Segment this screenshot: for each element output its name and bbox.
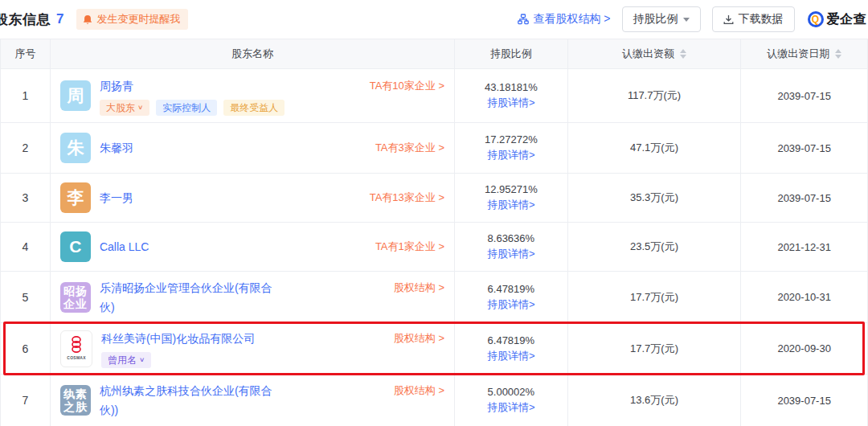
shareholder-name-block: 李一男TA有13家企业 > <box>100 188 446 207</box>
shareholder-avatar: 李 <box>60 182 91 213</box>
ratio-cell: 6.47819%持股详情> <box>455 323 568 374</box>
ratio-cell: 43.18181%持股详情> <box>455 69 568 122</box>
bell-icon <box>83 14 92 25</box>
ratio-cell: 8.63636%持股详情> <box>455 223 568 271</box>
holding-detail-link[interactable]: 持股详情> <box>487 400 535 415</box>
view-equity-structure-link[interactable]: 查看股权结构 > <box>518 12 610 27</box>
ratio-value: 5.00002% <box>488 386 535 398</box>
shareholder-avatar: 朱 <box>60 133 91 163</box>
tag-orange[interactable]: 大股东∨ <box>100 100 149 116</box>
subscribed-amount: 17.7万(元) <box>568 272 742 322</box>
shareholder-name-link[interactable]: 乐清昭扬企业管理合伙企业(有限合伙) <box>100 278 272 317</box>
shareholder-avatar: 纨素之肤 <box>60 385 91 416</box>
chevron-down-icon: ∨ <box>137 102 143 113</box>
shareholder-name-link[interactable]: 科丝美诗(中国)化妆品有限公司 <box>101 329 255 348</box>
name-row: 李一男TA有13家企业 > <box>100 188 446 207</box>
org-structure-icon <box>518 14 529 25</box>
sort-date-icon[interactable] <box>835 49 841 59</box>
holding-detail-link[interactable]: 持股详情> <box>487 247 535 261</box>
column-header-name: 股东名称 <box>51 39 455 68</box>
table-row: 1周周扬青TA有10家企业 >大股东∨实际控制人最终受益人43.18181%持股… <box>1 69 867 123</box>
column-header-index: 序号 <box>1 39 51 68</box>
shareholder-tags: 曾用名∨ <box>101 352 446 368</box>
shareholder-name-link[interactable]: Calla LLC <box>100 237 149 256</box>
row-index: 2 <box>1 123 51 173</box>
download-data-button[interactable]: 下载数据 <box>712 6 795 32</box>
shareholder-avatar: C <box>60 231 91 262</box>
table-row: 2朱朱馨羽TA有3家企业 >17.27272%持股详情>47.1万(元)2039… <box>1 123 867 174</box>
shareholder-name-link[interactable]: 朱馨羽 <box>100 138 133 158</box>
subscribed-amount: 117.7万(元) <box>568 69 742 122</box>
sort-amount-icon[interactable] <box>680 49 686 59</box>
column-header-amount: 认缴出资额 <box>568 39 742 68</box>
table-row: 3李李一男TA有13家企业 >12.95271%持股详情>35.3万(元)203… <box>1 174 867 223</box>
shareholder-name-block: 杭州纨素之肤科技合伙企业(有限合伙))股权结构 > <box>100 381 446 420</box>
subscribed-amount: 17.7万(元) <box>568 323 742 374</box>
change-alert-label: 发生变更时提醒我 <box>96 12 180 27</box>
related-companies-link[interactable]: 股权结构 > <box>394 381 446 400</box>
name-row: 乐清昭扬企业管理合伙企业(有限合伙)股权结构 > <box>100 278 446 317</box>
brand-q-icon: Q <box>808 11 824 27</box>
chevron-down-icon <box>683 18 690 25</box>
subscribed-date: 2020-10-31 <box>741 272 867 322</box>
name-row: 杭州纨素之肤科技合伙企业(有限合伙))股权结构 > <box>100 381 446 420</box>
subscribed-date: 2039-07-15 <box>741 69 867 122</box>
name-row: 科丝美诗(中国)化妆品有限公司股权结构 > <box>101 329 446 348</box>
avatar-line: 企业 <box>63 297 88 310</box>
ratio-value: 6.47819% <box>488 334 535 346</box>
holding-detail-link[interactable]: 持股详情> <box>487 96 535 110</box>
table-row: 7纨素之肤杭州纨素之肤科技合伙企业(有限合伙))股权结构 >5.00002%持股… <box>1 375 867 426</box>
shareholder-tags: 大股东∨实际控制人最终受益人 <box>100 100 446 116</box>
shareholder-name-cell: COSMAX科丝美诗(中国)化妆品有限公司股权结构 >曾用名∨ <box>51 323 455 374</box>
row-index: 6 <box>1 323 51 374</box>
related-companies-link[interactable]: TA有1家企业 > <box>375 237 446 256</box>
subscribed-date: 2020-09-30 <box>741 323 867 374</box>
related-companies-link[interactable]: 股权结构 > <box>394 329 446 348</box>
holding-detail-link[interactable]: 持股详情> <box>487 297 535 312</box>
holding-detail-link[interactable]: 持股详情> <box>487 148 535 162</box>
subscribed-amount: 35.3万(元) <box>568 174 742 222</box>
name-row: 朱馨羽TA有3家企业 > <box>100 138 446 158</box>
ratio-value: 12.95271% <box>485 183 538 195</box>
ratio-cell: 17.27272%持股详情> <box>455 123 568 173</box>
ratio-cell: 6.47819%持股详情> <box>455 272 568 322</box>
shareholder-name-cell: 朱朱馨羽TA有3家企业 > <box>51 123 455 173</box>
column-header-ratio: 持股比例 <box>455 39 568 68</box>
ratio-value: 43.18181% <box>485 81 538 93</box>
brand-name: 爱企查 <box>827 11 867 28</box>
ratio-filter-dropdown[interactable]: 持股比例 <box>622 6 701 32</box>
table-row: 4CCalla LLCTA有1家企业 >8.63636%持股详情>23.5万(元… <box>1 223 867 272</box>
shareholder-name-link[interactable]: 周扬青 <box>100 76 133 96</box>
related-companies-link[interactable]: 股权结构 > <box>394 278 446 297</box>
tag-yellow: 最终受益人 <box>223 100 285 116</box>
ratio-cell: 12.95271%持股详情> <box>455 174 568 222</box>
tag-purple[interactable]: 曾用名∨ <box>101 352 151 368</box>
subscribed-amount: 23.5万(元) <box>568 223 742 271</box>
table-row: 5昭扬企业乐清昭扬企业管理合伙企业(有限合伙)股权结构 >6.47819%持股详… <box>1 272 867 323</box>
subscribed-date: 2039-07-15 <box>741 174 867 222</box>
shareholder-name-block: Calla LLCTA有1家企业 > <box>100 237 446 256</box>
holding-detail-link[interactable]: 持股详情> <box>487 349 535 363</box>
subscribed-amount: 13.6万(元) <box>568 375 742 426</box>
shareholder-name-cell: CCalla LLCTA有1家企业 > <box>51 223 455 271</box>
cosmax-wordmark: COSMAX <box>67 355 86 360</box>
shareholder-avatar: 周 <box>60 80 91 111</box>
related-companies-link[interactable]: TA有13家企业 > <box>370 188 446 207</box>
shareholder-count: 7 <box>56 11 63 27</box>
change-alert-button[interactable]: 发生变更时提醒我 <box>76 9 188 30</box>
ratio-filter-label: 持股比例 <box>633 12 678 27</box>
row-index: 1 <box>1 69 51 122</box>
holding-detail-link[interactable]: 持股详情> <box>487 198 535 212</box>
shareholder-name-link[interactable]: 杭州纨素之肤科技合伙企业(有限合伙)) <box>100 381 272 420</box>
related-companies-link[interactable]: TA有10家企业 > <box>370 76 446 96</box>
related-companies-link[interactable]: TA有3家企业 > <box>375 138 446 158</box>
shareholder-avatar: 昭扬企业 <box>60 282 91 313</box>
row-index: 5 <box>1 272 51 322</box>
shareholder-name-link[interactable]: 李一男 <box>100 188 133 207</box>
tag-blue: 实际控制人 <box>156 100 217 116</box>
ratio-value: 6.47819% <box>488 283 535 295</box>
avatar-line: 之肤 <box>63 400 88 413</box>
column-header-date: 认缴出资日期 <box>741 39 867 68</box>
download-data-label: 下载数据 <box>739 12 784 27</box>
download-icon <box>723 14 734 25</box>
